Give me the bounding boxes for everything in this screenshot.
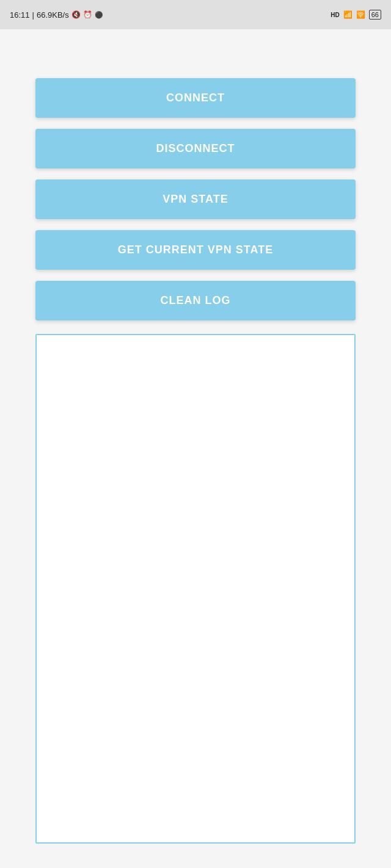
signal-icon: 📶 (343, 10, 353, 19)
status-right: HD 📶 🛜 66 (331, 10, 381, 20)
clean-log-button[interactable]: CLEAN LOG (35, 281, 356, 320)
connect-button[interactable]: CONNECT (35, 78, 356, 118)
status-time: 16:11 (10, 10, 30, 20)
record-icon: ⚫ (95, 11, 103, 19)
hd-label: HD (331, 12, 339, 18)
main-content: CONNECT DISCONNECT VPN STATE GET CURRENT… (0, 29, 391, 868)
mute-icon: 🔇 (71, 10, 81, 19)
log-area (35, 334, 356, 844)
status-bar: 16:11 | 66.9KB/s 🔇 ⏰ ⚫ HD 📶 🛜 66 (0, 0, 391, 29)
alarm-icon: ⏰ (83, 10, 92, 19)
status-separator: | (32, 10, 34, 20)
get-current-vpn-state-button[interactable]: GET CURRENT VPN STATE (35, 230, 356, 270)
disconnect-button[interactable]: DISCONNECT (35, 129, 356, 168)
battery-icon: 66 (369, 10, 381, 20)
wifi-icon: 🛜 (356, 10, 365, 19)
status-left: 16:11 | 66.9KB/s 🔇 ⏰ ⚫ (10, 10, 103, 20)
vpn-state-button[interactable]: VPN STATE (35, 179, 356, 219)
status-speed: 66.9KB/s (37, 10, 69, 20)
